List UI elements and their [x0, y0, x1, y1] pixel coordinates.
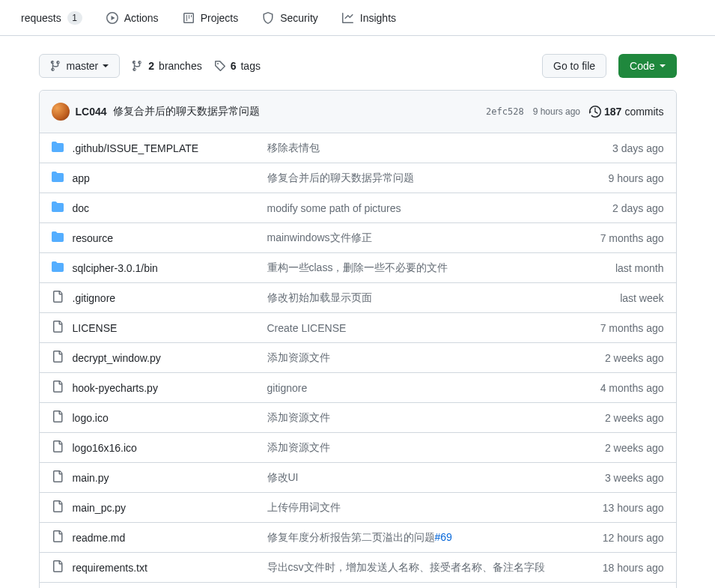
file-commit-message[interactable]: 修改UI [267, 471, 559, 485]
branch-icon [132, 60, 144, 72]
branches-count: 2 [148, 60, 154, 72]
repo-nav: requests 1 Actions Projects Security Ins… [0, 0, 715, 36]
commit-message[interactable]: 修复合并后的聊天数据异常问题 [113, 105, 260, 118]
file-time: 7 months ago [559, 232, 664, 244]
file-name[interactable]: main_pc.py [73, 502, 267, 514]
folder-icon [52, 231, 64, 243]
folder-icon [52, 201, 64, 213]
file-row: requirements.txt导出csv文件时，增加发送人名称、接受者名称、备… [40, 553, 676, 583]
commit-hash[interactable]: 2efc528 [486, 106, 524, 117]
file-row: main.py修改UI3 weeks ago [40, 463, 676, 493]
code-button[interactable]: Code [618, 54, 676, 78]
file-row: .gitignore修改初始加载显示页面last week [40, 283, 676, 313]
avatar[interactable] [52, 103, 70, 121]
file-icon [52, 470, 64, 482]
tab-label: Insights [360, 12, 396, 24]
file-time: last week [559, 292, 664, 304]
file-commit-message[interactable]: 上传停用词文件 [267, 501, 559, 515]
shield-icon [262, 12, 274, 24]
file-row: main_pc.py上传停用词文件13 hours ago [40, 493, 676, 523]
file-commit-message[interactable]: 修复年度分析报告第二页溢出的问题#69 [267, 531, 559, 545]
branch-name: master [67, 60, 99, 72]
file-name[interactable]: main.py [73, 472, 267, 484]
file-time: 3 weeks ago [559, 472, 664, 484]
history-icon [589, 106, 601, 118]
tag-icon [214, 60, 226, 72]
file-name[interactable]: sqlcipher-3.0.1/bin [73, 262, 267, 274]
commit-author[interactable]: LC044 [76, 106, 107, 118]
file-name[interactable]: doc [73, 202, 267, 214]
tab-label: Projects [201, 12, 239, 24]
file-icon [52, 500, 64, 512]
tab-security[interactable]: Security [253, 6, 327, 30]
project-icon [183, 12, 195, 24]
file-name[interactable]: requirements.txt [73, 562, 267, 574]
file-commit-message[interactable]: mainwindows文件修正 [267, 231, 559, 245]
file-time: 13 hours ago [559, 502, 664, 514]
file-time: 4 months ago [559, 382, 664, 394]
file-icon [52, 560, 64, 572]
file-commit-message[interactable]: 重构一些class，删除一些不必要的文件 [267, 261, 559, 275]
file-commit-message[interactable]: 修复合并后的聊天数据异常问题 [267, 172, 559, 185]
file-commit-message[interactable]: 添加资源文件 [267, 441, 559, 455]
issue-link[interactable]: #69 [435, 531, 452, 543]
folder-icon [52, 141, 64, 153]
file-commit-message[interactable]: 导出csv文件时，增加发送人名称、接受者名称、备注名字段 [267, 561, 559, 575]
tags-link[interactable]: 6 tags [214, 60, 261, 72]
latest-commit-bar: LC044 修复合并后的聊天数据异常问题 2efc528 9 hours ago… [40, 91, 676, 133]
tab-actions[interactable]: Actions [97, 6, 168, 30]
file-time: 7 months ago [559, 322, 664, 334]
file-name[interactable]: hook-pyecharts.py [73, 382, 267, 394]
file-row: app修复合并后的聊天数据异常问题9 hours ago [40, 163, 676, 193]
file-name[interactable]: resource [73, 232, 267, 244]
file-icon [52, 291, 64, 303]
file-row: docmodify some path of pictures2 days ag… [40, 193, 676, 223]
file-time: 2 weeks ago [559, 352, 664, 364]
file-icon [52, 351, 64, 363]
tab-label: Actions [124, 12, 159, 24]
file-name[interactable]: app [73, 172, 267, 184]
caret-down-icon [103, 64, 109, 67]
file-commit-message[interactable]: modify some path of pictures [267, 202, 559, 214]
file-icon [52, 410, 64, 422]
tags-count: 6 [231, 60, 237, 72]
file-name[interactable]: logo16x16.ico [73, 442, 267, 454]
file-time: 18 hours ago [559, 562, 664, 574]
tab-projects[interactable]: Projects [174, 6, 248, 30]
file-row: decrypt_window.py添加资源文件2 weeks ago [40, 343, 676, 373]
file-time: 12 hours ago [559, 532, 664, 544]
file-time: last month [559, 262, 664, 274]
tab-insights[interactable]: Insights [333, 6, 405, 30]
go-to-file-button[interactable]: Go to file [542, 54, 606, 78]
file-time: 3 days ago [559, 142, 664, 154]
branch-select-button[interactable]: master [39, 54, 121, 78]
file-row: LICENSECreate LICENSE7 months ago [40, 313, 676, 343]
caret-down-icon [660, 64, 666, 67]
branches-link[interactable]: 2 branches [132, 60, 201, 72]
file-name[interactable]: readme.md [73, 532, 267, 544]
commits-link[interactable]: 187 commits [589, 106, 663, 118]
file-icon [52, 440, 64, 452]
file-commit-message[interactable]: Create LICENSE [267, 322, 559, 334]
tab-pull-requests[interactable]: requests 1 [12, 5, 91, 31]
tab-label: Security [280, 12, 318, 24]
folder-icon [52, 261, 64, 273]
file-name[interactable]: .gitignore [73, 292, 267, 304]
file-name[interactable]: decrypt_window.py [73, 352, 267, 364]
file-icon [52, 381, 64, 392]
file-listing: LC044 修复合并后的聊天数据异常问题 2efc528 9 hours ago… [39, 90, 677, 588]
file-row: hook-pyecharts.pygitignore4 months ago [40, 373, 676, 403]
file-commit-message[interactable]: gitignore [267, 382, 559, 394]
file-row: readme.md修复年度分析报告第二页溢出的问题#6912 hours ago [40, 523, 676, 553]
file-name[interactable]: .github/ISSUE_TEMPLATE [73, 142, 267, 154]
file-time: 2 weeks ago [559, 442, 664, 454]
file-commit-message[interactable]: 添加资源文件 [267, 411, 559, 425]
file-commit-message[interactable]: 移除表情包 [267, 142, 559, 155]
file-name[interactable]: logo.ico [73, 412, 267, 424]
file-name[interactable]: LICENSE [73, 322, 267, 334]
file-commit-message[interactable]: 添加资源文件 [267, 351, 559, 365]
play-icon [106, 12, 118, 24]
file-row: logo16x16.ico添加资源文件2 weeks ago [40, 433, 676, 463]
commit-time[interactable]: 9 hours ago [533, 106, 580, 117]
file-commit-message[interactable]: 修改初始加载显示页面 [267, 291, 559, 305]
